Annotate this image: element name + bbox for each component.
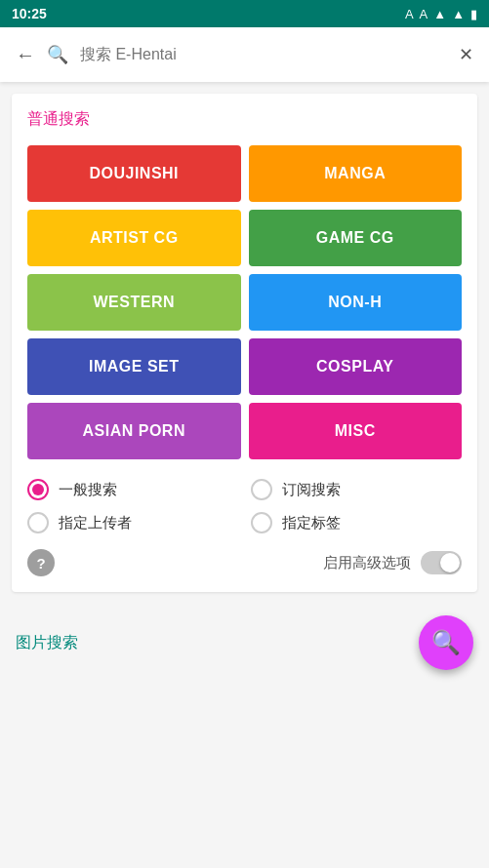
section-title: 普通搜索	[27, 109, 462, 130]
radio-circle-tag	[251, 512, 272, 533]
wifi-icon: ▲	[433, 7, 446, 21]
help-button[interactable]: ?	[27, 549, 55, 576]
radio-group: 一般搜索 订阅搜索 指定上传者 指定标签	[27, 479, 462, 533]
radio-tag-search[interactable]: 指定标签	[251, 512, 463, 533]
main-card: 普通搜索 DOUJINSHI MANGA ARTIST CG GAME CG W…	[12, 94, 477, 592]
back-button[interactable]: ←	[16, 44, 35, 66]
clear-button[interactable]: ✕	[459, 44, 473, 65]
toggle-knob	[440, 553, 460, 572]
radio-circle-uploader	[27, 512, 49, 533]
search-icon: 🔍	[47, 44, 68, 65]
category-manga[interactable]: MANGA	[249, 145, 463, 202]
search-input[interactable]	[80, 46, 447, 63]
radio-uploader-search[interactable]: 指定上传者	[27, 512, 239, 533]
status-icon-a2: A	[420, 7, 428, 21]
advanced-toggle[interactable]	[421, 551, 462, 574]
search-bar: ← 🔍 ✕	[0, 27, 489, 82]
radio-subscription-search[interactable]: 订阅搜索	[251, 479, 463, 500]
radio-label-tag: 指定标签	[282, 514, 341, 533]
radio-circle-general	[27, 479, 49, 500]
category-grid: DOUJINSHI MANGA ARTIST CG GAME CG WESTER…	[27, 145, 462, 459]
radio-label-subscription: 订阅搜索	[282, 481, 341, 499]
category-doujinshi[interactable]: DOUJINSHI	[27, 145, 241, 202]
status-time: 10:25	[12, 6, 47, 21]
radio-circle-subscription	[251, 479, 272, 500]
category-misc[interactable]: MISC	[249, 403, 463, 459]
status-bar: 10:25 A A ▲ ▲ ▮	[0, 0, 489, 27]
image-search-link[interactable]: 图片搜索	[16, 633, 78, 653]
radio-general-search[interactable]: 一般搜索	[27, 479, 239, 500]
status-icon-a1: A	[405, 7, 414, 21]
search-fab-button[interactable]: 🔍	[419, 615, 473, 670]
signal-icon: ▲	[452, 7, 465, 21]
advanced-label: 启用高级选项	[323, 554, 411, 572]
category-western[interactable]: WESTERN	[27, 274, 241, 331]
category-artist-cg[interactable]: ARTIST CG	[27, 210, 241, 266]
radio-label-general: 一般搜索	[59, 481, 117, 499]
status-icons: A A ▲ ▲ ▮	[405, 7, 477, 21]
battery-icon: ▮	[470, 7, 477, 21]
category-game-cg[interactable]: GAME CG	[249, 210, 463, 266]
category-asian-porn[interactable]: ASIAN PORN	[27, 403, 241, 459]
bottom-row: ? 启用高级选项	[27, 549, 462, 576]
category-non-h[interactable]: NON-H	[249, 274, 463, 331]
search-fab-icon: 🔍	[431, 629, 461, 656]
radio-label-uploader: 指定上传者	[59, 514, 132, 533]
category-cosplay[interactable]: COSPLAY	[249, 338, 463, 395]
footer: 图片搜索 🔍	[0, 604, 489, 682]
category-image-set[interactable]: IMAGE SET	[27, 338, 241, 395]
